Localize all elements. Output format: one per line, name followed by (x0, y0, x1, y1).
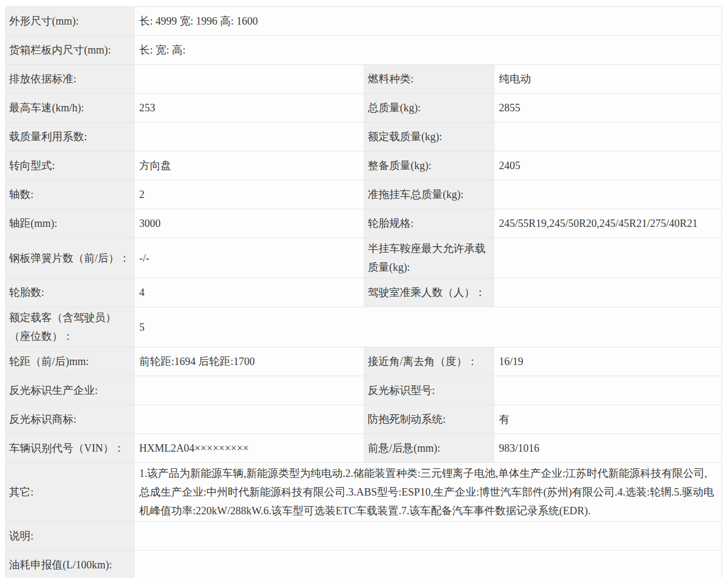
table-row: 最高车速(km/h):253总质量(kg):2855 (6, 94, 722, 123)
spec-value (134, 551, 722, 578)
spec-label: 轮胎数: (6, 278, 134, 307)
table-row: 轴数:2准拖挂车总质量(kg): (6, 180, 722, 209)
spec-value: 2405 (494, 151, 722, 180)
spec-label: 额定载客（含驾驶员）（座位数）： (6, 307, 134, 347)
spec-label: 最高车速(km/h): (6, 94, 134, 123)
spec-label: 轮胎规格: (365, 209, 494, 238)
spec-label: 前悬/后悬(mm): (365, 434, 494, 463)
spec-label: 反光标识商标: (6, 405, 134, 434)
table-row: 反光标识商标:防抱死制动系统:有 (6, 405, 722, 434)
spec-value (134, 65, 365, 94)
spec-value: 253 (134, 94, 365, 123)
table-row: 车辆识别代号（VIN）：HXML2A04×××××××××前悬/后悬(mm):9… (6, 434, 722, 463)
spec-label: 转向型式: (6, 151, 134, 180)
spec-label: 其它: (6, 463, 134, 522)
vehicle-spec-table: 外形尺寸(mm):长: 4999 宽: 1996 高: 1600货箱栏板内尺寸(… (5, 6, 722, 578)
spec-label: 半挂车鞍座最大允许承载质量(kg): (365, 238, 494, 278)
spec-value (134, 522, 722, 551)
spec-value (494, 376, 722, 405)
spec-label: 说明: (6, 522, 134, 551)
spec-value: 长: 宽: 高: (134, 36, 722, 65)
table-row: 额定载客（含驾驶员）（座位数）：5 (6, 307, 722, 347)
spec-value: 前轮距:1694 后轮距:1700 (134, 347, 365, 376)
spec-value: 1.该产品为新能源车辆,新能源类型为纯电动.2.储能装置种类:三元锂离子电池,单… (134, 463, 722, 522)
spec-value (494, 180, 722, 209)
spec-label: 总质量(kg): (365, 94, 494, 123)
spec-value (134, 405, 365, 434)
spec-label: 接近角/离去角（度）： (365, 347, 494, 376)
table-row: 反光标识生产企业:反光标识型号: (6, 376, 722, 405)
spec-label: 轴距(mm): (6, 209, 134, 238)
table-row: 货箱栏板内尺寸(mm):长: 宽: 高: (6, 36, 722, 65)
table-row: 外形尺寸(mm):长: 4999 宽: 1996 高: 1600 (6, 7, 722, 36)
spec-table-body: 外形尺寸(mm):长: 4999 宽: 1996 高: 1600货箱栏板内尺寸(… (6, 7, 722, 578)
spec-value: HXML2A04××××××××× (134, 434, 365, 463)
spec-value: 16/19 (494, 347, 722, 376)
spec-label: 额定载质量(kg): (365, 123, 494, 151)
spec-label: 钢板弹簧片数（前/后）： (6, 238, 134, 278)
spec-value: 5 (134, 307, 722, 347)
table-row: 载质量利用系数:额定载质量(kg): (6, 123, 722, 151)
spec-label: 载质量利用系数: (6, 123, 134, 151)
spec-value: 长: 4999 宽: 1996 高: 1600 (134, 7, 722, 36)
spec-value: 4 (134, 278, 365, 307)
table-row: 轮距（前/后)mm:前轮距:1694 后轮距:1700接近角/离去角（度）：16… (6, 347, 722, 376)
spec-value: 983/1016 (494, 434, 722, 463)
spec-label: 驾驶室准乘人数（人）： (365, 278, 494, 307)
spec-value: 245/55R19,245/50R20,245/45R21/275/40R21 (494, 209, 722, 238)
spec-value (134, 376, 365, 405)
table-row: 说明: (6, 522, 722, 551)
spec-label: 油耗申报值(L/100km): (6, 551, 134, 578)
table-row: 转向型式:方向盘整备质量(kg):2405 (6, 151, 722, 180)
spec-value (494, 278, 722, 307)
spec-sheet-page: 外形尺寸(mm):长: 4999 宽: 1996 高: 1600货箱栏板内尺寸(… (0, 0, 728, 578)
spec-value (134, 123, 365, 151)
spec-label: 反光标识生产企业: (6, 376, 134, 405)
spec-label: 轴数: (6, 180, 134, 209)
spec-label: 准拖挂车总质量(kg): (365, 180, 494, 209)
spec-value: 方向盘 (134, 151, 365, 180)
spec-value (494, 123, 722, 151)
spec-value: 有 (494, 405, 722, 434)
table-row: 排放依据标准:燃料种类:纯电动 (6, 65, 722, 94)
spec-value (494, 238, 722, 278)
table-row: 油耗申报值(L/100km): (6, 551, 722, 578)
spec-label: 整备质量(kg): (365, 151, 494, 180)
spec-value: 3000 (134, 209, 365, 238)
spec-label: 轮距（前/后)mm: (6, 347, 134, 376)
table-row: 轮胎数:4驾驶室准乘人数（人）： (6, 278, 722, 307)
table-row: 其它:1.该产品为新能源车辆,新能源类型为纯电动.2.储能装置种类:三元锂离子电… (6, 463, 722, 522)
spec-label: 防抱死制动系统: (365, 405, 494, 434)
spec-label: 车辆识别代号（VIN）： (6, 434, 134, 463)
spec-label: 反光标识型号: (365, 376, 494, 405)
spec-label: 排放依据标准: (6, 65, 134, 94)
spec-label: 货箱栏板内尺寸(mm): (6, 36, 134, 65)
spec-label: 燃料种类: (365, 65, 494, 94)
spec-value: 2 (134, 180, 365, 209)
spec-value: 纯电动 (494, 65, 722, 94)
spec-value: -/- (134, 238, 365, 278)
spec-label: 外形尺寸(mm): (6, 7, 134, 36)
table-row: 轴距(mm):3000轮胎规格:245/55R19,245/50R20,245/… (6, 209, 722, 238)
table-row: 钢板弹簧片数（前/后）：-/-半挂车鞍座最大允许承载质量(kg): (6, 238, 722, 278)
spec-value: 2855 (494, 94, 722, 123)
